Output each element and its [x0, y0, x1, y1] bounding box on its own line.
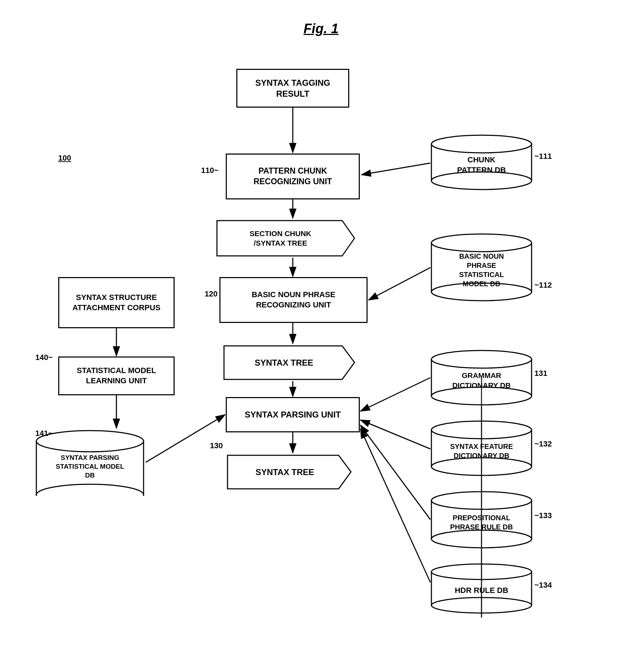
chunk-pattern-db: CHUNKPATTERN DB: [430, 134, 533, 191]
section-chunk-banner: SECTION CHUNK/SYNTAX TREE: [215, 219, 356, 258]
syntax-parsing-unit-box: SYNTAX PARSING UNIT: [226, 397, 360, 432]
prepositional-phrase-rule-db: PREPOSITIONALPHRASE RULE DB: [430, 491, 533, 549]
basic-noun-stat-db: BASIC NOUNPHRASESTATISTICALMODEL DB: [430, 233, 533, 302]
label-130: 130: [210, 441, 223, 450]
diagram-container: Fig. 1 SYNTAX TAGGINGRESULT PATTERN CHUN…: [0, 0, 642, 672]
label-133: ~133: [534, 511, 552, 520]
basic-noun-phrase-box: BASIC NOUN PHRASERECOGNIZING UNIT: [219, 277, 368, 323]
svg-line-30: [369, 268, 430, 300]
label-120: 120: [205, 289, 218, 299]
syntax-tree-banner-1: SYNTAX TREE: [222, 344, 356, 381]
syntax-structure-corpus-box: SYNTAX STRUCTUREATTACHMENT CORPUS: [58, 277, 175, 328]
svg-line-31: [361, 378, 430, 411]
svg-line-33: [361, 425, 430, 520]
statistical-model-learning-box: STATISTICAL MODELLEARNING UNIT: [58, 356, 175, 395]
grammar-dict-db: GRAMMARDICTIONARY DB: [430, 349, 533, 406]
figure-title: Fig. 1: [303, 21, 338, 36]
syntax-tree-banner-2: SYNTAX TREE: [226, 454, 353, 491]
label-110: 110~: [201, 166, 219, 175]
syntax-parsing-stat-db: SYNTAX PARSINGSTATISTICAL MODELDB: [35, 429, 145, 496]
svg-line-32: [361, 420, 430, 449]
label-140: 140~: [35, 353, 53, 362]
label-134: ~134: [534, 581, 552, 590]
syntax-feature-dict-db: SYNTAX FEATUREDICTIONARY DB: [430, 420, 533, 476]
label-100: 100: [58, 154, 71, 163]
label-132: ~132: [534, 439, 552, 449]
syntax-tagging-box: SYNTAX TAGGINGRESULT: [236, 69, 349, 108]
svg-line-37: [146, 415, 225, 462]
svg-line-29: [362, 163, 430, 175]
label-141: 141~: [35, 429, 53, 438]
svg-point-20: [431, 598, 532, 613]
hdr-rule-db: HDR RULE DB: [430, 563, 533, 614]
label-112: ~112: [534, 281, 552, 290]
label-111: ~111: [534, 152, 552, 161]
svg-point-19: [431, 564, 532, 580]
pattern-chunk-box: PATTERN CHUNKRECOGNIZING UNIT: [226, 154, 360, 199]
svg-line-34: [361, 429, 430, 582]
label-131: 131: [534, 369, 547, 378]
